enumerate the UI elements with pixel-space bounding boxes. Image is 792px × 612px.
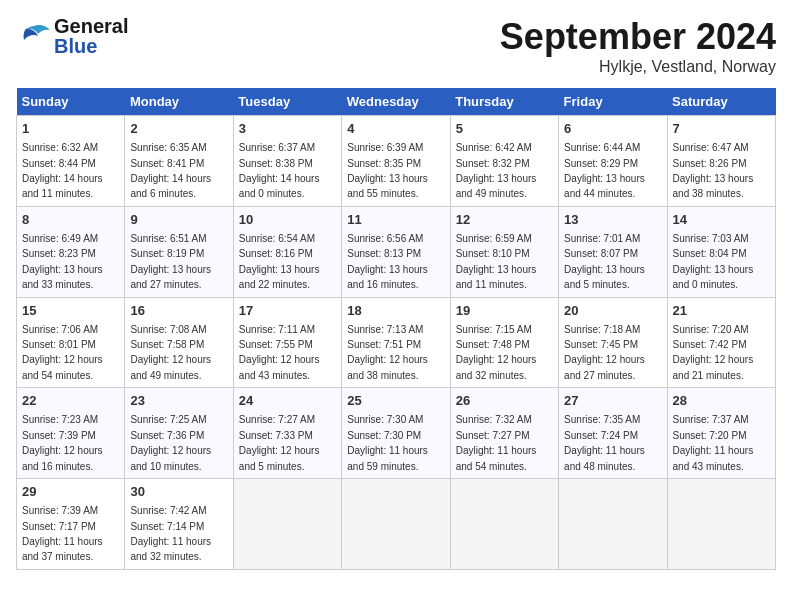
month-title: September 2024 [500, 16, 776, 58]
day-info: Sunrise: 7:39 AMSunset: 7:17 PMDaylight:… [22, 505, 103, 562]
calendar-table: SundayMondayTuesdayWednesdayThursdayFrid… [16, 88, 776, 570]
calendar-cell: 16 Sunrise: 7:08 AMSunset: 7:58 PMDaylig… [125, 297, 233, 388]
day-info: Sunrise: 6:51 AMSunset: 8:19 PMDaylight:… [130, 233, 211, 290]
day-info: Sunrise: 7:06 AMSunset: 8:01 PMDaylight:… [22, 324, 103, 381]
calendar-cell: 25 Sunrise: 7:30 AMSunset: 7:30 PMDaylig… [342, 388, 450, 479]
calendar-cell: 4 Sunrise: 6:39 AMSunset: 8:35 PMDayligh… [342, 116, 450, 207]
calendar-cell: 12 Sunrise: 6:59 AMSunset: 8:10 PMDaylig… [450, 206, 558, 297]
day-info: Sunrise: 7:03 AMSunset: 8:04 PMDaylight:… [673, 233, 754, 290]
calendar-week-5: 29 Sunrise: 7:39 AMSunset: 7:17 PMDaylig… [17, 479, 776, 570]
day-number: 20 [564, 302, 661, 320]
day-info: Sunrise: 7:13 AMSunset: 7:51 PMDaylight:… [347, 324, 428, 381]
day-info: Sunrise: 7:42 AMSunset: 7:14 PMDaylight:… [130, 505, 211, 562]
day-info: Sunrise: 6:56 AMSunset: 8:13 PMDaylight:… [347, 233, 428, 290]
logo-icon [16, 22, 52, 50]
day-number: 23 [130, 392, 227, 410]
col-header-tuesday: Tuesday [233, 88, 341, 116]
day-number: 5 [456, 120, 553, 138]
day-info: Sunrise: 7:18 AMSunset: 7:45 PMDaylight:… [564, 324, 645, 381]
calendar-cell: 11 Sunrise: 6:56 AMSunset: 8:13 PMDaylig… [342, 206, 450, 297]
day-info: Sunrise: 6:35 AMSunset: 8:41 PMDaylight:… [130, 142, 211, 199]
day-info: Sunrise: 7:25 AMSunset: 7:36 PMDaylight:… [130, 414, 211, 471]
calendar-cell: 21 Sunrise: 7:20 AMSunset: 7:42 PMDaylig… [667, 297, 775, 388]
day-number: 21 [673, 302, 770, 320]
day-info: Sunrise: 6:54 AMSunset: 8:16 PMDaylight:… [239, 233, 320, 290]
day-number: 12 [456, 211, 553, 229]
day-number: 29 [22, 483, 119, 501]
day-number: 4 [347, 120, 444, 138]
calendar-cell: 2 Sunrise: 6:35 AMSunset: 8:41 PMDayligh… [125, 116, 233, 207]
day-number: 22 [22, 392, 119, 410]
col-header-wednesday: Wednesday [342, 88, 450, 116]
day-info: Sunrise: 6:59 AMSunset: 8:10 PMDaylight:… [456, 233, 537, 290]
calendar-cell: 6 Sunrise: 6:44 AMSunset: 8:29 PMDayligh… [559, 116, 667, 207]
day-number: 6 [564, 120, 661, 138]
col-header-thursday: Thursday [450, 88, 558, 116]
calendar-cell [667, 479, 775, 570]
calendar-cell: 9 Sunrise: 6:51 AMSunset: 8:19 PMDayligh… [125, 206, 233, 297]
day-info: Sunrise: 7:15 AMSunset: 7:48 PMDaylight:… [456, 324, 537, 381]
day-number: 2 [130, 120, 227, 138]
day-info: Sunrise: 7:27 AMSunset: 7:33 PMDaylight:… [239, 414, 320, 471]
logo-text-blue: Blue [54, 36, 128, 56]
day-number: 11 [347, 211, 444, 229]
calendar-cell: 24 Sunrise: 7:27 AMSunset: 7:33 PMDaylig… [233, 388, 341, 479]
calendar-cell [342, 479, 450, 570]
day-info: Sunrise: 7:30 AMSunset: 7:30 PMDaylight:… [347, 414, 428, 471]
calendar-cell: 27 Sunrise: 7:35 AMSunset: 7:24 PMDaylig… [559, 388, 667, 479]
calendar-cell: 14 Sunrise: 7:03 AMSunset: 8:04 PMDaylig… [667, 206, 775, 297]
calendar-cell: 8 Sunrise: 6:49 AMSunset: 8:23 PMDayligh… [17, 206, 125, 297]
day-info: Sunrise: 6:42 AMSunset: 8:32 PMDaylight:… [456, 142, 537, 199]
calendar-week-4: 22 Sunrise: 7:23 AMSunset: 7:39 PMDaylig… [17, 388, 776, 479]
logo-text-general: General [54, 16, 128, 36]
day-info: Sunrise: 6:32 AMSunset: 8:44 PMDaylight:… [22, 142, 103, 199]
col-header-friday: Friday [559, 88, 667, 116]
calendar-cell: 23 Sunrise: 7:25 AMSunset: 7:36 PMDaylig… [125, 388, 233, 479]
col-header-saturday: Saturday [667, 88, 775, 116]
day-number: 28 [673, 392, 770, 410]
day-number: 25 [347, 392, 444, 410]
day-info: Sunrise: 7:01 AMSunset: 8:07 PMDaylight:… [564, 233, 645, 290]
calendar-cell: 5 Sunrise: 6:42 AMSunset: 8:32 PMDayligh… [450, 116, 558, 207]
day-number: 16 [130, 302, 227, 320]
calendar-cell: 1 Sunrise: 6:32 AMSunset: 8:44 PMDayligh… [17, 116, 125, 207]
location: Hylkje, Vestland, Norway [500, 58, 776, 76]
day-number: 17 [239, 302, 336, 320]
calendar-cell: 15 Sunrise: 7:06 AMSunset: 8:01 PMDaylig… [17, 297, 125, 388]
day-info: Sunrise: 6:47 AMSunset: 8:26 PMDaylight:… [673, 142, 754, 199]
day-number: 8 [22, 211, 119, 229]
calendar-cell: 13 Sunrise: 7:01 AMSunset: 8:07 PMDaylig… [559, 206, 667, 297]
calendar-cell [559, 479, 667, 570]
calendar-cell: 10 Sunrise: 6:54 AMSunset: 8:16 PMDaylig… [233, 206, 341, 297]
calendar-cell: 18 Sunrise: 7:13 AMSunset: 7:51 PMDaylig… [342, 297, 450, 388]
day-number: 3 [239, 120, 336, 138]
calendar-week-1: 1 Sunrise: 6:32 AMSunset: 8:44 PMDayligh… [17, 116, 776, 207]
day-number: 19 [456, 302, 553, 320]
title-block: September 2024 Hylkje, Vestland, Norway [500, 16, 776, 76]
day-number: 7 [673, 120, 770, 138]
calendar-cell: 3 Sunrise: 6:37 AMSunset: 8:38 PMDayligh… [233, 116, 341, 207]
day-number: 14 [673, 211, 770, 229]
day-info: Sunrise: 7:20 AMSunset: 7:42 PMDaylight:… [673, 324, 754, 381]
col-header-sunday: Sunday [17, 88, 125, 116]
calendar-cell [233, 479, 341, 570]
day-info: Sunrise: 6:37 AMSunset: 8:38 PMDaylight:… [239, 142, 320, 199]
day-number: 1 [22, 120, 119, 138]
day-info: Sunrise: 7:08 AMSunset: 7:58 PMDaylight:… [130, 324, 211, 381]
day-number: 9 [130, 211, 227, 229]
day-info: Sunrise: 7:11 AMSunset: 7:55 PMDaylight:… [239, 324, 320, 381]
day-number: 30 [130, 483, 227, 501]
calendar-week-2: 8 Sunrise: 6:49 AMSunset: 8:23 PMDayligh… [17, 206, 776, 297]
day-info: Sunrise: 7:35 AMSunset: 7:24 PMDaylight:… [564, 414, 645, 471]
calendar-cell: 30 Sunrise: 7:42 AMSunset: 7:14 PMDaylig… [125, 479, 233, 570]
calendar-cell: 28 Sunrise: 7:37 AMSunset: 7:20 PMDaylig… [667, 388, 775, 479]
calendar-cell: 7 Sunrise: 6:47 AMSunset: 8:26 PMDayligh… [667, 116, 775, 207]
day-number: 26 [456, 392, 553, 410]
calendar-cell: 29 Sunrise: 7:39 AMSunset: 7:17 PMDaylig… [17, 479, 125, 570]
day-info: Sunrise: 7:37 AMSunset: 7:20 PMDaylight:… [673, 414, 754, 471]
day-info: Sunrise: 7:32 AMSunset: 7:27 PMDaylight:… [456, 414, 537, 471]
day-number: 18 [347, 302, 444, 320]
day-info: Sunrise: 6:49 AMSunset: 8:23 PMDaylight:… [22, 233, 103, 290]
day-info: Sunrise: 7:23 AMSunset: 7:39 PMDaylight:… [22, 414, 103, 471]
col-header-monday: Monday [125, 88, 233, 116]
